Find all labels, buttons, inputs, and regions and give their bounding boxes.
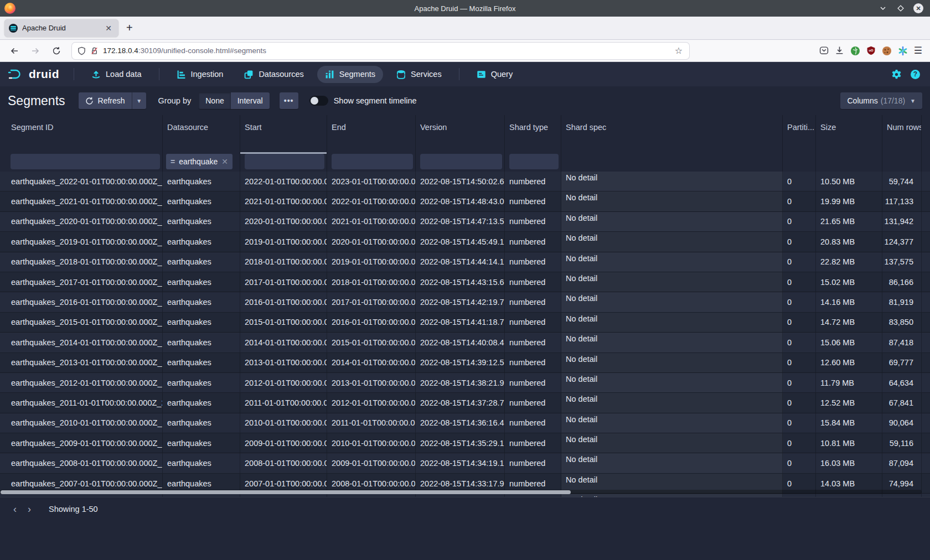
pocket-icon[interactable] xyxy=(819,46,829,55)
segment_id-filter-input[interactable] xyxy=(11,154,160,169)
druid-favicon-icon xyxy=(9,24,18,33)
column-header-segment_id[interactable]: Segment ID xyxy=(0,115,163,154)
cell-shard_spec[interactable]: No detail xyxy=(561,292,783,312)
column-header-end[interactable]: End xyxy=(327,115,416,154)
cell-shard_spec[interactable]: No detail xyxy=(561,413,783,433)
cell-shard_spec[interactable]: No detail xyxy=(561,172,783,191)
pagination-footer: ‹ › Showing 1-50 xyxy=(0,497,930,521)
prev-page-icon[interactable]: ‹ xyxy=(8,502,22,516)
bookmark-star-icon[interactable]: ☆ xyxy=(675,45,684,56)
column-header-partition[interactable]: Partiti... xyxy=(783,115,816,154)
table-row: earthquakes_2022-01-01T00:00:00.000Z_2..… xyxy=(0,172,930,191)
cell-shard_spec[interactable]: No detail xyxy=(561,272,783,292)
cell-shard_spec[interactable]: No detail xyxy=(561,453,783,473)
menu-hamburger-icon[interactable]: ☰ xyxy=(914,48,922,54)
nav-item-segments[interactable]: Segments xyxy=(317,66,383,83)
nav-item-label: Segments xyxy=(339,70,375,79)
cell-shard_spec[interactable]: No detail xyxy=(561,373,783,392)
page-background xyxy=(0,521,930,560)
cell-end: 2017-01-01T00:00:00.0... xyxy=(327,292,416,312)
group-by-none-button[interactable]: None xyxy=(199,92,230,109)
cell-segment_id[interactable]: earthquakes_2016-01-01T00:00:00.000Z_2..… xyxy=(0,292,163,312)
next-page-icon[interactable]: › xyxy=(22,502,37,516)
cell-segment_id[interactable]: earthquakes_2008-01-01T00:00:00.000Z_2..… xyxy=(0,453,163,473)
shield-icon[interactable] xyxy=(78,46,86,55)
cell-shard_spec[interactable]: No detail xyxy=(561,393,783,412)
cell-segment_id[interactable]: earthquakes_2021-01-01T00:00:00.000Z_2..… xyxy=(0,191,163,211)
cell-segment_id[interactable]: earthquakes_2012-01-01T00:00:00.000Z_2..… xyxy=(0,373,163,392)
nav-item-datasources[interactable]: Datasources xyxy=(236,66,311,83)
druid-brand[interactable]: druid xyxy=(0,68,67,81)
help-icon[interactable]: ? xyxy=(911,70,920,79)
cell-segment_id[interactable]: earthquakes_2018-01-01T00:00:00.000Z_2..… xyxy=(0,252,163,272)
refresh-dropdown-caret[interactable]: ▼ xyxy=(132,92,146,109)
column-header-num_rows[interactable]: Num rows xyxy=(882,115,922,154)
extension-green-icon[interactable] xyxy=(850,46,860,56)
reload-icon[interactable] xyxy=(49,43,64,59)
start-filter-input[interactable] xyxy=(245,154,324,169)
cell-overflow xyxy=(922,272,930,292)
nav-item-load-data[interactable]: Load data xyxy=(84,66,149,83)
cell-shard_spec[interactable]: No detail xyxy=(561,353,783,372)
asterisk-extension-icon[interactable] xyxy=(898,46,908,56)
end-filter-input[interactable] xyxy=(332,154,413,169)
column-header-version[interactable]: Version xyxy=(416,115,505,154)
cell-segment_id[interactable]: earthquakes_2017-01-01T00:00:00.000Z_2..… xyxy=(0,272,163,292)
cell-segment_id[interactable]: earthquakes_2013-01-01T00:00:00.000Z_2..… xyxy=(0,353,163,372)
cell-shard_spec[interactable]: No detail xyxy=(561,212,783,231)
new-tab-button[interactable]: + xyxy=(126,22,133,34)
cell-shard_spec[interactable]: No detail xyxy=(561,313,783,332)
column-header-datasource[interactable]: Datasource xyxy=(163,115,240,154)
browser-tab[interactable]: Apache Druid ✕ xyxy=(4,19,118,37)
refresh-button[interactable]: Refresh xyxy=(79,92,132,109)
cell-datasource: earthquakes xyxy=(163,292,240,312)
url-bar[interactable]: 172.18.0.4:30109/unified-console.html#se… xyxy=(72,43,689,59)
group-by-interval-button[interactable]: Interval xyxy=(231,92,270,109)
tab-close-icon[interactable]: ✕ xyxy=(103,23,114,34)
cookie-extension-icon[interactable] xyxy=(882,46,892,56)
back-icon[interactable] xyxy=(7,43,22,59)
forward-icon[interactable] xyxy=(28,43,43,59)
cell-segment_id[interactable]: earthquakes_2019-01-01T00:00:00.000Z_2..… xyxy=(0,232,163,251)
ublock-icon[interactable]: uO xyxy=(866,46,876,55)
cell-shard_spec[interactable]: No detail xyxy=(561,232,783,251)
nav-item-query[interactable]: Query xyxy=(469,66,521,83)
datasource-filter-chip[interactable]: =earthquake✕ xyxy=(166,154,232,169)
cell-segment_id[interactable]: earthquakes_2014-01-01T00:00:00.000Z_2..… xyxy=(0,333,163,352)
column-header-shard_type[interactable]: Shard type xyxy=(505,115,561,154)
cell-segment_id[interactable]: earthquakes_2006-01-01T00:00:00.000Z_2..… xyxy=(0,494,163,497)
cell-shard_type: numbered xyxy=(505,413,561,433)
scrollbar-thumb[interactable] xyxy=(1,490,571,494)
insecure-lock-icon[interactable] xyxy=(90,46,99,55)
cell-segment_id[interactable]: earthquakes_2022-01-01T00:00:00.000Z_2..… xyxy=(0,172,163,191)
table-row: earthquakes_2009-01-01T00:00:00.000Z_2..… xyxy=(0,433,930,453)
more-actions-button[interactable]: ••• xyxy=(280,92,298,109)
column-header-start[interactable]: Start xyxy=(240,115,327,154)
nav-item-services[interactable]: Services xyxy=(389,66,450,83)
cell-segment_id[interactable]: earthquakes_2010-01-01T00:00:00.000Z_2..… xyxy=(0,413,163,433)
segment-timeline-toggle[interactable] xyxy=(309,96,328,106)
table-row: earthquakes_2021-01-01T00:00:00.000Z_2..… xyxy=(0,191,930,211)
url-text[interactable]: 172.18.0.4:30109/unified-console.html#se… xyxy=(103,46,675,55)
cell-segment_id[interactable]: earthquakes_2020-01-01T00:00:00.000Z_2..… xyxy=(0,212,163,231)
filter-chip-close-icon[interactable]: ✕ xyxy=(221,157,228,166)
cell-segment_id[interactable]: earthquakes_2011-01-01T00:00:00.000Z_2..… xyxy=(0,393,163,412)
settings-gear-icon[interactable] xyxy=(891,69,902,80)
cell-shard_spec[interactable]: No detail xyxy=(561,252,783,272)
horizontal-scrollbar[interactable] xyxy=(0,490,922,494)
download-icon[interactable] xyxy=(835,46,844,55)
column-header-shard_spec[interactable]: Shard spec xyxy=(561,115,783,154)
cell-shard_spec[interactable]: No detail xyxy=(561,191,783,211)
segment-timeline-label: Show segment timeline xyxy=(334,96,417,105)
nav-item-ingestion[interactable]: Ingestion xyxy=(169,66,231,83)
cell-shard_spec[interactable]: No detail xyxy=(561,494,783,497)
cell-segment_id[interactable]: earthquakes_2015-01-01T00:00:00.000Z_2..… xyxy=(0,313,163,332)
version-filter-input[interactable] xyxy=(420,154,502,169)
column-header-size[interactable]: Size xyxy=(816,115,882,154)
cell-version: 2022-08-15T14:43:15.6... xyxy=(416,272,505,292)
cell-shard_spec[interactable]: No detail xyxy=(561,433,783,453)
cell-shard_spec[interactable]: No detail xyxy=(561,333,783,352)
columns-button[interactable]: Columns (17/18) ▼ xyxy=(840,92,922,109)
cell-segment_id[interactable]: earthquakes_2009-01-01T00:00:00.000Z_2..… xyxy=(0,433,163,453)
shard_type-filter-input[interactable] xyxy=(509,154,559,169)
